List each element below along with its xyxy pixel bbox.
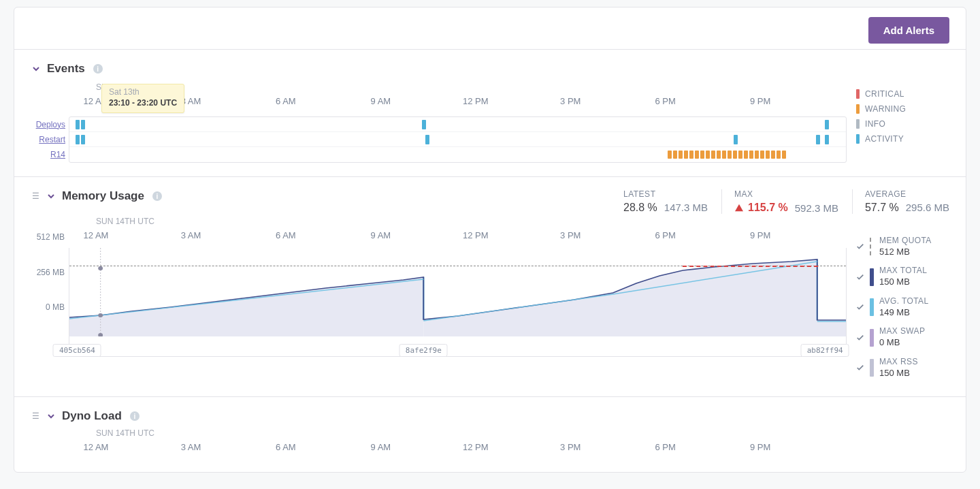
chevron-down-icon[interactable] bbox=[47, 412, 55, 420]
memory-legend: MEM QUOTA512 MBMAX TOTAL150 MBAVG. TOTAL… bbox=[847, 219, 952, 383]
legend-swatch bbox=[856, 119, 860, 129]
axis-tick: 9 AM bbox=[371, 96, 391, 106]
axis-tick: 9 AM bbox=[371, 230, 391, 240]
axis-tick: 3 PM bbox=[560, 96, 581, 106]
axis-tick: 6 PM bbox=[655, 96, 676, 106]
mem-over-quota-line bbox=[683, 266, 818, 267]
stat-max: MAX 115.7 % 592.3 MB bbox=[721, 189, 838, 214]
legend-swatch bbox=[870, 359, 874, 377]
legend-swatch bbox=[870, 238, 874, 255]
axis-tick: 3 PM bbox=[560, 442, 581, 452]
stat-average: AVERAGE 57.7 % 295.6 MB bbox=[852, 189, 949, 214]
y-axis-tick: 512 MB bbox=[37, 232, 65, 242]
memory-chart: SUN 14TH UTC 12 AM3 AM6 AM9 AM12 PM3 PM6… bbox=[69, 219, 847, 383]
memory-summary-stats: LATEST 28.8 % 147.3 MB MAX 115.7 % 592.3… bbox=[611, 189, 952, 214]
activity-marker bbox=[76, 120, 80, 129]
activity-marker bbox=[81, 120, 85, 129]
axis-tick: 9 PM bbox=[750, 442, 770, 452]
events-title: Events bbox=[47, 62, 85, 76]
check-icon bbox=[856, 334, 864, 342]
activity-marker bbox=[81, 135, 85, 144]
event-row-r14: R14 bbox=[69, 147, 846, 162]
legend-swatch bbox=[870, 268, 874, 286]
deploy-tag[interactable]: ab82ff94 bbox=[801, 344, 849, 357]
memory-section: ☰ Memory Usage i LATEST 28.8 % 147.3 MB … bbox=[14, 176, 966, 396]
event-row-restart: Restart bbox=[69, 132, 846, 147]
axis-tick: 3 AM bbox=[181, 230, 201, 240]
legend-swatch bbox=[856, 89, 860, 99]
drag-handle-icon[interactable]: ☰ bbox=[32, 412, 40, 420]
axis-tick: 12 AM bbox=[84, 442, 109, 452]
axis-tick: 12 PM bbox=[463, 442, 489, 452]
activity-marker bbox=[825, 135, 829, 144]
activity-marker bbox=[425, 135, 429, 144]
events-legend: CRITICALWARNINGINFOACTIVITY bbox=[847, 85, 952, 163]
y-axis-tick: 0 MB bbox=[46, 302, 65, 312]
legend-item[interactable]: ACTIVITY bbox=[856, 131, 952, 146]
axis-tick: 9 PM bbox=[750, 96, 770, 106]
check-icon bbox=[856, 273, 864, 281]
legend-item[interactable]: INFO bbox=[856, 116, 952, 131]
axis-tick: 6 AM bbox=[276, 442, 296, 452]
event-row-label[interactable]: Deploys bbox=[36, 120, 65, 129]
axis-tick: 6 AM bbox=[276, 230, 296, 240]
event-row-deploys: Deploys bbox=[69, 117, 846, 132]
info-icon[interactable]: i bbox=[152, 191, 162, 201]
axis-tick: 3 PM bbox=[560, 230, 581, 240]
activity-marker bbox=[76, 135, 80, 144]
activity-marker bbox=[734, 135, 738, 144]
panel-actions: Add Alerts bbox=[14, 7, 966, 49]
event-row-label[interactable]: Restart bbox=[39, 135, 65, 144]
drag-handle-icon[interactable]: ☰ bbox=[32, 192, 40, 200]
deploy-tag[interactable]: 8afe2f9e bbox=[399, 344, 448, 357]
add-alerts-button[interactable]: Add Alerts bbox=[868, 17, 949, 44]
axis-tick: 6 AM bbox=[276, 96, 296, 106]
legend-swatch bbox=[856, 104, 860, 114]
axis-tick: 6 PM bbox=[655, 230, 676, 240]
activity-marker bbox=[422, 120, 426, 129]
svg-point-3 bbox=[98, 266, 103, 270]
activity-marker bbox=[816, 135, 820, 144]
check-icon bbox=[856, 242, 864, 251]
check-icon bbox=[856, 303, 864, 311]
dyno-title: Dyno Load bbox=[62, 409, 122, 423]
axis-tick: 12 AM bbox=[84, 230, 109, 240]
axis-tick: 6 PM bbox=[655, 442, 676, 452]
activity-marker bbox=[825, 120, 829, 129]
svg-point-4 bbox=[98, 313, 103, 317]
legend-item[interactable]: CRITICAL bbox=[856, 86, 952, 101]
legend-swatch bbox=[870, 329, 874, 347]
events-section: Events i SUN 14TH UTC 12 AM3 AM6 AM9 AM1… bbox=[14, 49, 966, 176]
legend-item[interactable]: AVG. TOTAL149 MB bbox=[856, 292, 952, 322]
legend-item[interactable]: MAX SWAP0 MB bbox=[856, 322, 952, 352]
event-row-label[interactable]: R14 bbox=[50, 150, 65, 159]
stat-latest: LATEST 28.8 % 147.3 MB bbox=[611, 189, 708, 214]
axis-tick: 12 PM bbox=[463, 96, 489, 106]
legend-swatch bbox=[856, 134, 860, 144]
chevron-down-icon[interactable] bbox=[47, 192, 55, 200]
legend-item[interactable]: MAX TOTAL150 MB bbox=[856, 262, 952, 291]
y-axis-tick: 256 MB bbox=[37, 268, 65, 277]
axis-tick: 3 AM bbox=[181, 442, 201, 452]
metrics-panel: Add Alerts Events i SUN 14TH UTC 12 AM3 … bbox=[14, 7, 966, 473]
time-range-tooltip: Sat 13th 23:10 - 23:20 UTC bbox=[101, 84, 184, 113]
r14-warning-bar bbox=[668, 151, 817, 159]
check-icon bbox=[856, 364, 864, 372]
chevron-down-icon[interactable] bbox=[32, 65, 40, 73]
axis-tick: 12 PM bbox=[463, 230, 489, 240]
legend-item[interactable]: WARNING bbox=[856, 101, 952, 116]
axis-tick: 9 PM bbox=[750, 230, 770, 240]
info-icon[interactable]: i bbox=[130, 411, 140, 421]
axis-tick: 9 AM bbox=[371, 442, 391, 452]
memory-title: Memory Usage bbox=[62, 189, 144, 203]
events-timeline: SUN 14TH UTC 12 AM3 AM6 AM9 AM12 PM3 PM6… bbox=[69, 85, 847, 163]
legend-item[interactable]: MEM QUOTA512 MB bbox=[856, 232, 952, 262]
warning-icon bbox=[734, 204, 744, 212]
deploy-tag[interactable]: 405cb564 bbox=[53, 344, 101, 357]
memory-plot-svg bbox=[69, 248, 846, 336]
legend-swatch bbox=[870, 298, 874, 316]
legend-item[interactable]: MAX RSS150 MB bbox=[856, 353, 952, 383]
info-icon[interactable]: i bbox=[93, 64, 103, 74]
dyno-load-section: ☰ Dyno Load i SUN 14TH UTC 12 AM3 AM6 AM… bbox=[14, 396, 966, 472]
